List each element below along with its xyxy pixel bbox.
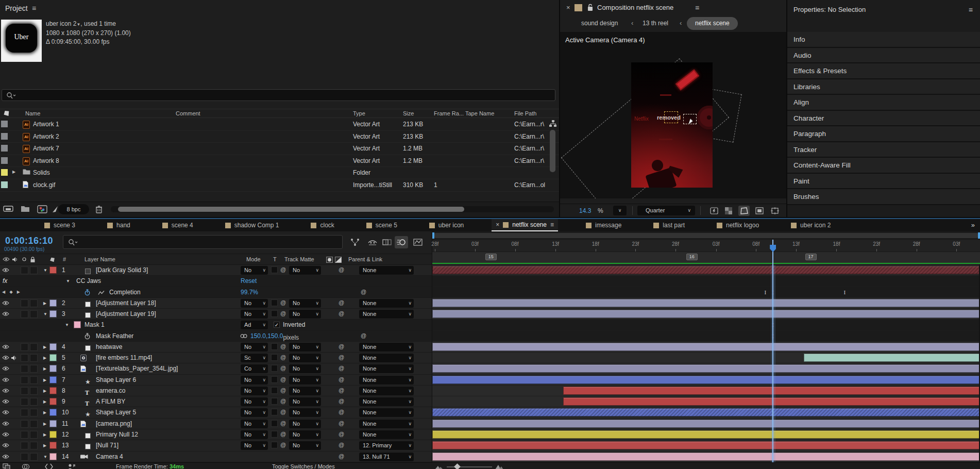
mask-visibility-icon[interactable]: [754, 206, 765, 216]
eye-icon[interactable]: [2, 410, 9, 415]
twirl-arrow-icon[interactable]: ▶: [43, 422, 46, 426]
label-color-chip[interactable]: [1, 181, 8, 188]
layer-color-chip[interactable]: [49, 453, 57, 460]
parent-pickwhip-icon[interactable]: @: [339, 266, 344, 273]
new-composition-icon[interactable]: [37, 205, 47, 213]
project-item-row[interactable]: clock.gifImporte...tiStill310 KB1C:\Earn…: [0, 179, 559, 192]
eye-icon[interactable]: [2, 300, 9, 306]
frame-blending-icon[interactable]: [380, 236, 394, 248]
project-search-input[interactable]: [2, 89, 555, 101]
graph-editor-icon[interactable]: [411, 236, 425, 248]
matte-pickwhip-icon[interactable]: @: [280, 376, 286, 382]
twirl-arrow-icon[interactable]: ▼: [43, 312, 47, 316]
layer-row[interactable]: ▶9TA FILM BYNo∨@No∨@None∨: [0, 396, 432, 407]
lock-switch[interactable]: [30, 387, 38, 395]
layer-row[interactable]: ▶6[Texturelabs_Paper_354L.jpg]Co∨@No∨@No…: [0, 363, 432, 374]
matte-pickwhip-icon[interactable]: @: [280, 343, 286, 349]
tab-last-part[interactable]: last part: [649, 219, 689, 231]
item-name[interactable]: Solids: [33, 169, 50, 176]
preserve-transparency-switch[interactable]: [271, 442, 278, 448]
column-comment[interactable]: Comment: [176, 110, 200, 116]
property-value[interactable]: 99.7%: [241, 289, 258, 296]
layer-duration-bar[interactable]: [432, 408, 980, 416]
zoom-in-mountain-icon[interactable]: [495, 463, 503, 469]
layer-color-chip[interactable]: [49, 266, 57, 274]
tab-menu-icon[interactable]: ≡: [550, 221, 554, 228]
twirl-arrow-icon[interactable]: ▶: [43, 399, 46, 404]
parent-dropdown[interactable]: None∨: [359, 387, 414, 395]
item-name[interactable]: Artwork 2: [33, 133, 59, 140]
blend-mode-dropdown[interactable]: No∨: [241, 430, 268, 439]
layer-duration-bar[interactable]: [432, 364, 980, 373]
solo-switch[interactable]: [21, 420, 28, 428]
mask-row[interactable]: ▼Mask 1Ad∨✓Inverted: [0, 320, 432, 330]
mask-color-chip[interactable]: [74, 321, 81, 328]
breadcrumb-netflix-scene-active[interactable]: netflix scene: [687, 17, 738, 30]
property-track[interactable]: I: [432, 331, 980, 342]
parent-dropdown[interactable]: None∨: [359, 376, 414, 384]
close-icon[interactable]: ×: [496, 221, 499, 228]
inverted-checkbox[interactable]: ✓: [274, 322, 280, 328]
parent-pickwhip-icon[interactable]: @: [339, 420, 344, 426]
layer-duration-bar[interactable]: [432, 299, 980, 307]
property-pickwhip-icon[interactable]: @: [361, 332, 366, 339]
layer-row[interactable]: ▶5[fire embers 11.mp4]Sc∨@No∨@None∨: [0, 353, 432, 363]
track-matte-dropdown[interactable]: No∨: [289, 299, 321, 308]
comp-marker-15[interactable]: 15: [485, 254, 497, 260]
twirl-arrow-icon[interactable]: ▼: [43, 268, 47, 273]
lock-switch[interactable]: [30, 354, 38, 362]
preserve-transparency-switch[interactable]: [271, 266, 278, 273]
solo-switch[interactable]: [21, 442, 28, 449]
fx-row[interactable]: fx▼CC JawsReset: [0, 276, 432, 287]
layer-track[interactable]: [432, 342, 980, 353]
layer-duration-bar[interactable]: [432, 453, 980, 461]
stopwatch-icon[interactable]: [85, 289, 90, 296]
panel-item-paragraph[interactable]: Paragraph: [787, 126, 980, 142]
matte-pickwhip-icon[interactable]: @: [280, 365, 286, 371]
layer-name[interactable]: [camera.png]: [96, 420, 132, 427]
blend-mode-dropdown[interactable]: Co∨: [241, 364, 268, 373]
parent-dropdown[interactable]: None∨: [359, 310, 414, 319]
layer-track[interactable]: [432, 309, 980, 320]
lock-switch[interactable]: [30, 442, 38, 449]
mini-flowchart-icon[interactable]: [348, 236, 362, 248]
lock-switch[interactable]: [30, 266, 38, 274]
parent-pickwhip-icon[interactable]: @: [339, 365, 344, 371]
parent-dropdown[interactable]: None∨: [359, 364, 414, 373]
blend-mode-dropdown[interactable]: No∨: [241, 441, 268, 450]
layer-row[interactable]: ▶12Primary Null 12No∨@No∨@None∨: [0, 429, 432, 440]
layer-duration-bar[interactable]: [432, 420, 980, 428]
lock-switch[interactable]: [30, 365, 38, 373]
eye-icon[interactable]: [2, 311, 9, 316]
tab-scene-5[interactable]: scene 5: [362, 219, 401, 231]
transparency-grid-icon[interactable]: [723, 206, 734, 216]
scrollbar-thumb[interactable]: [118, 207, 464, 212]
zoom-slider-handle[interactable]: [454, 463, 461, 469]
eye-icon[interactable]: [2, 399, 9, 404]
layer-color-chip[interactable]: [49, 431, 57, 438]
twirl-arrow-icon[interactable]: ▶: [43, 366, 46, 371]
layer-track[interactable]: [432, 265, 980, 276]
preserve-transparency-switch[interactable]: [271, 299, 278, 306]
time-navigator[interactable]: [432, 231, 980, 240]
tab-hand[interactable]: hand: [103, 219, 134, 231]
solo-switch[interactable]: [21, 343, 28, 351]
layer-name[interactable]: heatwave: [96, 343, 122, 350]
track-matte-dropdown[interactable]: No∨: [289, 364, 321, 373]
keyframe-navigator[interactable]: ◀ ◆ ▶: [2, 290, 22, 294]
solo-switch[interactable]: [21, 266, 28, 274]
motion-blur-icon[interactable]: [395, 236, 408, 248]
parent-pickwhip-icon[interactable]: @: [339, 354, 344, 360]
preserve-transparency-switch[interactable]: [271, 387, 278, 394]
breadcrumb-13th-reel[interactable]: 13 th reel: [643, 20, 668, 27]
property-value[interactable]: 150.0,150.0 pixels: [250, 332, 283, 340]
label-color-chip[interactable]: [1, 145, 8, 152]
panel-item-align[interactable]: Align: [787, 95, 980, 111]
tabs-overflow-icon[interactable]: »: [971, 221, 975, 229]
matte-pickwhip-icon[interactable]: @: [280, 387, 286, 393]
layer-name[interactable]: [Adjustment Layer 18]: [96, 299, 156, 307]
track-matte-dropdown[interactable]: No∨: [289, 430, 321, 439]
eye-icon[interactable]: [2, 267, 9, 273]
solo-switch[interactable]: [21, 365, 28, 373]
preserve-transparency-switch[interactable]: [271, 398, 278, 405]
